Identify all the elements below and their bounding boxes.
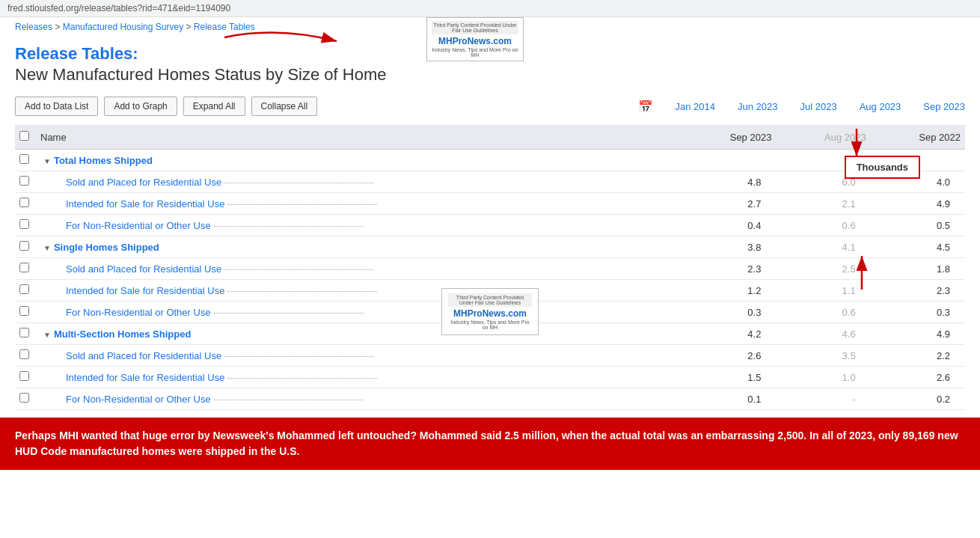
- bottom-banner-text: Perhaps MHI wanted that huge error by Ne…: [15, 430, 958, 457]
- row-checkbox[interactable]: [19, 306, 29, 316]
- url-text: fred.stlouisfed.org/release/tables?rid=4…: [7, 3, 230, 13]
- data-row-name-link[interactable]: For Non-Residential or Other Use: [66, 307, 211, 318]
- sep2022-value: 0.3: [871, 302, 965, 323]
- breadcrumb-release-tables[interactable]: Release Tables: [194, 22, 255, 32]
- row-name-cell: Sold and Placed for Residential Use: [36, 345, 682, 367]
- watermark-logo-box: Third Party Content Provided Under Fair …: [441, 288, 539, 335]
- table-header-row: Name Sep 2023 Aug 2023 Sep 2022: [15, 125, 965, 150]
- data-row-name-link[interactable]: Intended for Sale for Residential Use: [66, 285, 224, 296]
- date-aug2023[interactable]: Aug 2023: [860, 101, 901, 112]
- thousands-label: Thousands: [857, 162, 908, 173]
- date-range-selector: 📅 Jan 2014 Jun 2023 Jul 2023 Aug 2023 Se…: [638, 100, 966, 114]
- row-checkbox-cell: [15, 193, 36, 215]
- data-row-name-link[interactable]: Intended for Sale for Residential Use: [66, 372, 224, 383]
- table-row: ▼Single Homes Shipped3.84.14.5: [15, 236, 965, 258]
- expand-icon[interactable]: ▼: [43, 331, 51, 339]
- sep2023-value: 2.7: [682, 193, 776, 215]
- aug2023-value: -: [776, 388, 870, 410]
- dotted-fill: [227, 204, 377, 205]
- expand-icon[interactable]: ▼: [43, 157, 51, 165]
- sep2022-value: 2.6: [871, 367, 965, 388]
- table-row: For Non-Residential or Other Use0.1-0.2: [15, 388, 965, 410]
- date-sep2023[interactable]: Sep 2023: [923, 101, 965, 112]
- aug2023-value: 4.1: [776, 236, 870, 258]
- row-checkbox[interactable]: [19, 284, 29, 294]
- data-row-name-link[interactable]: For Non-Residential or Other Use: [66, 394, 211, 405]
- page-title-line2: New Manufactured Homes Status by Size of…: [15, 65, 965, 85]
- table-row: Sold and Placed for Residential Use4.86.…: [15, 171, 965, 193]
- row-checkbox[interactable]: [19, 219, 29, 229]
- data-row-name-link[interactable]: Sold and Placed for Residential Use: [66, 177, 221, 188]
- aug2023-value: 3.5: [776, 345, 870, 367]
- row-checkbox[interactable]: [19, 393, 29, 403]
- sep2022-value: 4.5: [871, 236, 965, 258]
- sep2023-value: [682, 150, 776, 171]
- section-name-link[interactable]: Multi-Section Homes Shipped: [54, 328, 191, 340]
- expand-all-button[interactable]: Expand All: [183, 97, 245, 116]
- row-checkbox[interactable]: [19, 176, 29, 186]
- breadcrumb-manufactured-housing[interactable]: Manufactured Housing Survey: [63, 22, 183, 32]
- row-name-cell: ▼Single Homes Shipped: [36, 236, 682, 258]
- row-name-cell: Sold and Placed for Residential Use: [36, 258, 682, 280]
- date-jan2014[interactable]: Jan 2014: [676, 101, 716, 112]
- table-body: ▼Total Homes ShippedSold and Placed for …: [15, 150, 965, 410]
- sep2023-value: 0.1: [682, 388, 776, 410]
- data-table: Name Sep 2023 Aug 2023 Sep 2022 ▼Total H…: [15, 125, 965, 410]
- sep2022-value: 4.9: [871, 323, 965, 345]
- data-table-container: Name Sep 2023 Aug 2023 Sep 2022 ▼Total H…: [0, 125, 980, 410]
- sep2023-value: 1.5: [682, 367, 776, 388]
- header-checkbox-col: [15, 125, 36, 150]
- row-checkbox[interactable]: [19, 154, 29, 164]
- top-logo-tagline: Industry News, Tips and More Pro on MH: [432, 47, 518, 58]
- thousands-box: Thousands: [845, 156, 920, 179]
- data-row-name-link[interactable]: For Non-Residential or Other Use: [66, 220, 211, 231]
- select-all-checkbox[interactable]: [19, 131, 29, 141]
- sep2023-value: 1.2: [682, 280, 776, 302]
- sep2022-value: 4.9: [871, 193, 965, 215]
- table-row: ▼Total Homes Shipped: [15, 150, 965, 171]
- table-row: Sold and Placed for Residential Use2.63.…: [15, 345, 965, 367]
- row-name-cell: Intended for Sale for Residential Use: [36, 367, 682, 388]
- section-name-link[interactable]: Single Homes Shipped: [54, 242, 159, 253]
- row-checkbox[interactable]: [19, 328, 29, 337]
- breadcrumb-releases[interactable]: Releases: [15, 22, 52, 32]
- calendar-icon[interactable]: 📅: [638, 100, 653, 114]
- row-checkbox[interactable]: [19, 263, 29, 272]
- data-row-name-link[interactable]: Sold and Placed for Residential Use: [66, 263, 221, 275]
- sep2023-value: 0.3: [682, 302, 776, 323]
- row-checkbox-cell: [15, 236, 36, 258]
- aug2023-value: 2.5: [776, 258, 870, 280]
- row-checkbox[interactable]: [19, 349, 29, 359]
- header-name: Name: [36, 125, 682, 150]
- date-jun2023[interactable]: Jun 2023: [738, 101, 778, 112]
- sep2023-value: 4.2: [682, 323, 776, 345]
- add-graph-button[interactable]: Add to Graph: [104, 97, 177, 116]
- header-aug2023: Aug 2023: [776, 125, 870, 150]
- dotted-fill: [224, 183, 374, 183]
- section-name-link[interactable]: Total Homes Shipped: [54, 155, 153, 166]
- top-logo-box: Third Party Content Provided Under Fair …: [426, 17, 524, 61]
- sep2022-value: 0.5: [871, 215, 965, 236]
- row-checkbox-cell: [15, 171, 36, 193]
- row-checkbox[interactable]: [19, 198, 29, 207]
- expand-icon[interactable]: ▼: [43, 244, 51, 252]
- sep2022-value: 0.2: [871, 388, 965, 410]
- row-checkbox[interactable]: [19, 241, 29, 251]
- data-row-name-link[interactable]: Intended for Sale for Residential Use: [66, 198, 224, 210]
- add-data-list-button[interactable]: Add to Data List: [15, 97, 98, 116]
- table-row: Intended for Sale for Residential Use1.5…: [15, 367, 965, 388]
- collapse-all-button[interactable]: Collapse All: [251, 97, 318, 116]
- date-jul2023[interactable]: Jul 2023: [800, 101, 837, 112]
- data-row-name-link[interactable]: Sold and Placed for Residential Use: [66, 350, 221, 361]
- watermark-tagline: Industry News, Tips and More Pro on MH: [448, 320, 532, 330]
- sep2023-value: 3.8: [682, 236, 776, 258]
- row-name-cell: For Non-Residential or Other Use: [36, 388, 682, 410]
- sep2023-value: 0.4: [682, 215, 776, 236]
- sep2022-value: 2.3: [871, 280, 965, 302]
- dotted-fill: [227, 291, 377, 292]
- aug2023-value: 1.0: [776, 367, 870, 388]
- row-checkbox-cell: [15, 150, 36, 171]
- table-row: Intended for Sale for Residential Use2.7…: [15, 193, 965, 215]
- sep2022-value: 1.8: [871, 258, 965, 280]
- row-checkbox[interactable]: [19, 371, 29, 381]
